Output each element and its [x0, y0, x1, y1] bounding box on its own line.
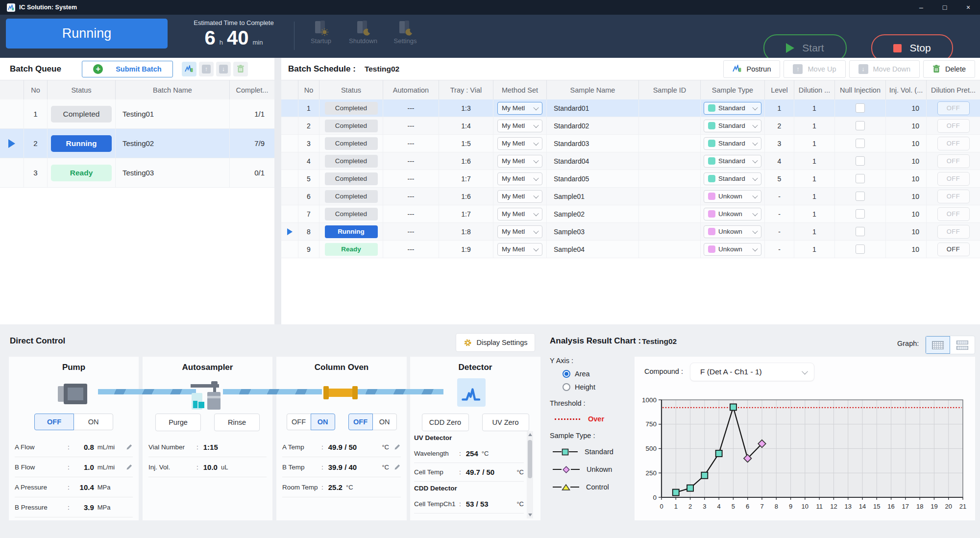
rinse-button[interactable]: Rinse: [214, 414, 260, 431]
null-injection-checkbox[interactable]: [856, 227, 865, 236]
purge-button[interactable]: Purge: [155, 414, 201, 431]
legend-label: Control: [586, 483, 609, 491]
null-injection-checkbox[interactable]: [856, 174, 865, 183]
schedule-row[interactable]: 1Completed---1:3My MetlStandard01Standar…: [281, 99, 980, 117]
method-set-dropdown[interactable]: My Metl: [497, 120, 542, 132]
queue-move-down-button[interactable]: ↓: [216, 62, 231, 76]
method-set-dropdown[interactable]: My Metl: [497, 137, 542, 150]
scroll-down-icon[interactable]: [528, 514, 532, 516]
schedule-row[interactable]: 4Completed---1:6My MetlStandard04Standar…: [281, 152, 980, 170]
null-injection-checkbox[interactable]: [856, 209, 865, 219]
pump-power-toggle-off-button[interactable]: OFF: [34, 414, 74, 430]
null-injection-checkbox[interactable]: [856, 103, 865, 113]
graph-single-view-button[interactable]: [926, 336, 950, 354]
schedule-row[interactable]: 6Completed---1:6My MetlSample01Unkown-11…: [281, 188, 980, 205]
method-set-dropdown[interactable]: My Metl: [497, 208, 542, 220]
dilution-pretreatment-button[interactable]: OFF: [937, 225, 970, 239]
sample-type-dropdown[interactable]: Unkown: [704, 208, 761, 220]
sample-type-dropdown[interactable]: Unkown: [704, 225, 761, 238]
schedule-row[interactable]: 8Running---1:8My MetlSample03Unkown-110O…: [281, 223, 980, 241]
edit-pencil-icon[interactable]: [126, 443, 133, 450]
scroll-up-icon[interactable]: [528, 433, 532, 436]
queue-row[interactable]: 1CompletedTesting011/1: [0, 99, 274, 129]
sample-type-color-icon: [708, 193, 715, 200]
schedule-row[interactable]: 2Completed---1:4My MetlStandard02Standar…: [281, 117, 980, 135]
null-injection-checkbox[interactable]: [856, 192, 865, 201]
sample-type-dropdown[interactable]: Unkown: [704, 190, 761, 203]
analysis-chart-panel: Compound : F (Det A - Ch1 - 1) 012345678…: [635, 357, 975, 520]
dilution-pretreatment-button[interactable]: OFF: [937, 101, 970, 115]
method-set-dropdown[interactable]: My Metl: [497, 172, 542, 185]
sample-type-dropdown[interactable]: Standard: [704, 120, 761, 132]
postrun-button[interactable]: Postrun: [723, 60, 781, 78]
sample-type-dropdown[interactable]: Standard: [704, 155, 761, 168]
oven-toggle-2-on-button[interactable]: ON: [372, 414, 397, 430]
field-unit: mL/mi: [98, 443, 115, 451]
detector-scrollbar[interactable]: [527, 431, 533, 518]
method-set-dropdown[interactable]: My Metl: [497, 190, 542, 203]
queue-row[interactable]: 3ReadyTesting030/1: [0, 158, 274, 188]
close-button[interactable]: ×: [956, 0, 980, 15]
scrollbar-thumb[interactable]: [528, 440, 532, 478]
sample-type-dropdown[interactable]: Standard: [704, 102, 761, 115]
submit-batch-button[interactable]: + Submit Batch: [82, 61, 173, 77]
legend-square-icon: [562, 448, 569, 456]
dilution-pretreatment-button[interactable]: OFF: [937, 172, 970, 186]
radio-icon[interactable]: [563, 383, 570, 391]
uv-zero-button[interactable]: UV Zero: [482, 414, 529, 431]
method-set-dropdown[interactable]: My Metl: [497, 225, 542, 238]
minimize-button[interactable]: –: [909, 0, 933, 15]
compound-dropdown[interactable]: F (Det A - Ch1 - 1): [690, 363, 814, 381]
method-set-dropdown[interactable]: My Metl: [497, 243, 542, 256]
pump-power-toggle-on-button[interactable]: ON: [74, 414, 113, 430]
postrun-view-toggle-button[interactable]: [182, 62, 196, 76]
column-oven-icon: [323, 385, 358, 400]
graph-split-view-button[interactable]: [950, 336, 975, 354]
queue-move-up-button[interactable]: ↑: [199, 62, 214, 76]
move-up-button[interactable]: ↑Move Up: [784, 60, 845, 78]
null-injection-checkbox[interactable]: [856, 121, 865, 130]
split-chart-icon: [956, 341, 968, 350]
sample-type-dropdown[interactable]: Standard: [704, 137, 761, 150]
oven-toggle-1-on-button[interactable]: ON: [311, 414, 335, 430]
dilution-pretreatment-button[interactable]: OFF: [937, 154, 970, 168]
edit-pencil-icon[interactable]: [394, 443, 401, 450]
sample-type-dropdown[interactable]: Standard: [704, 172, 761, 185]
maximize-button[interactable]: □: [933, 0, 956, 15]
dilution-pretreatment-button[interactable]: OFF: [937, 207, 970, 221]
queue-row[interactable]: 2RunningTesting027/9: [0, 129, 274, 158]
y-axis-option-area[interactable]: Area: [563, 370, 631, 378]
y-axis-option-height[interactable]: Height: [563, 383, 631, 391]
legend-item-unkown: Unkown: [553, 464, 631, 475]
cdd-zero-button[interactable]: CDD Zero: [422, 414, 469, 431]
schedule-row[interactable]: 5Completed---1:7My MetlStandard05Standar…: [281, 170, 980, 188]
chevron-down-icon: [752, 157, 758, 163]
oven-toggle-2-off-button[interactable]: OFF: [348, 414, 373, 430]
null-injection-checkbox[interactable]: [856, 156, 865, 166]
schedule-row[interactable]: 9Ready---1:9My MetlSample04Unkown-110OFF: [281, 241, 980, 258]
shutdown-button[interactable]: Shutdown: [342, 18, 384, 45]
delete-button[interactable]: Delete: [923, 60, 975, 78]
null-injection-checkbox[interactable]: [856, 245, 865, 254]
dilution-pretreatment-button[interactable]: OFF: [937, 119, 970, 133]
oven-toggle-1-off-button[interactable]: OFF: [287, 414, 311, 430]
method-set-dropdown[interactable]: My Metl: [497, 155, 542, 168]
dilution-pretreatment-button[interactable]: OFF: [937, 137, 970, 150]
schedule-row[interactable]: 3Completed---1:5My MetlStandard03Standar…: [281, 135, 980, 152]
edit-pencil-icon[interactable]: [394, 464, 401, 470]
display-settings-button[interactable]: Display Settings: [456, 333, 535, 352]
startup-button[interactable]: Startup: [300, 18, 342, 45]
dilution-pretreatment-button[interactable]: OFF: [937, 243, 970, 256]
settings-button[interactable]: Settings: [384, 18, 426, 45]
dilution-pretreatment-button[interactable]: OFF: [937, 190, 970, 203]
radio-icon[interactable]: [563, 370, 570, 378]
null-injection-checkbox[interactable]: [856, 139, 865, 148]
current-run-indicator: [287, 228, 293, 235]
current-batch-indicator: [8, 139, 15, 148]
schedule-row[interactable]: 7Completed---1:7My MetlSample02Unkown-11…: [281, 205, 980, 223]
method-set-dropdown[interactable]: My Metl: [497, 102, 542, 115]
edit-pencil-icon[interactable]: [126, 464, 133, 470]
queue-delete-button[interactable]: [233, 62, 248, 76]
move-down-button[interactable]: ↓Move Down: [849, 60, 920, 78]
sample-type-dropdown[interactable]: Unkown: [704, 243, 761, 256]
